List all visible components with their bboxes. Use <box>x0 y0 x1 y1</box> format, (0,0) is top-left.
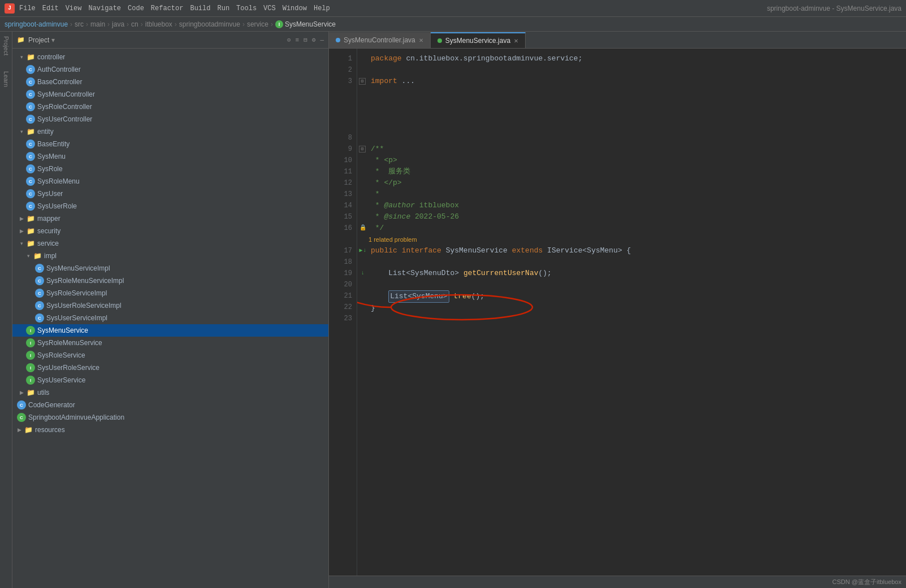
tree-item-sysrolemenuservice[interactable]: I SysRoleMenuService <box>12 337 328 349</box>
tree-label-security: security <box>37 227 60 235</box>
tree-item-codegenerator[interactable]: C CodeGenerator <box>12 399 328 411</box>
tree-item-sysusercontroller[interactable]: C SysUserController <box>12 113 328 125</box>
tree-item-mapper[interactable]: ▶ 📁 mapper <box>12 212 328 225</box>
title-bar: J File Edit View Navigate Code Refactor … <box>0 0 906 17</box>
tree-item-sysrole[interactable]: C SysRole <box>12 163 328 175</box>
code-line-19: ↓ List<SysMenuDto> getCurrentUserNav(); <box>366 268 906 279</box>
tree-item-security[interactable]: ▶ 📁 security <box>12 225 328 237</box>
menu-navigate[interactable]: Navigate <box>88 5 121 12</box>
tree-label-entity: entity <box>37 128 54 136</box>
menu-tools[interactable]: Tools <box>236 5 257 12</box>
tree-item-impl[interactable]: ▾ 📁 impl <box>12 250 328 262</box>
window-title: springboot-adminvue - SysMenuService.jav… <box>767 5 901 12</box>
tab-label-sysmenucontroller: SysMenuController.java <box>344 36 415 44</box>
tab-sysmenucontroller[interactable]: SysMenuController.java ✕ <box>329 32 431 48</box>
tree-item-service[interactable]: ▾ 📁 service <box>12 237 328 250</box>
toolbar-locate-icon[interactable]: ⊙ <box>287 36 291 43</box>
toolbar-split-icon[interactable]: ⊟ <box>304 36 307 43</box>
breadcrumb-itbluebox[interactable]: itbluebox <box>145 20 172 28</box>
tree-item-sysuserserviceimpl[interactable]: C SysUserServiceImpl <box>12 312 328 324</box>
class-icon-sysusercontroller: C <box>26 115 35 124</box>
breadcrumb: springboot-adminvue › src › main › java … <box>0 17 906 32</box>
app-icon-springbootapp: C <box>17 413 26 422</box>
arrow-service: ▾ <box>17 239 26 248</box>
tree-item-sysrolecontroller[interactable]: C SysRoleController <box>12 101 328 113</box>
tree-item-sysuser[interactable]: C SysUser <box>12 188 328 200</box>
class-icon-sysmenucontroller: C <box>26 90 35 99</box>
tree-item-utils[interactable]: ▶ 📁 utils <box>12 386 328 399</box>
menu-help[interactable]: Help <box>314 5 330 12</box>
code-line-15: * @since 2022-05-26 <box>366 211 906 223</box>
tree-item-sysroleserviceimpl[interactable]: C SysRoleServiceImpl <box>12 287 328 299</box>
tab-label-sysmenuservice: SysMenuService.java <box>445 37 510 45</box>
tree-item-resources[interactable]: ▶ 📁 resources <box>12 424 328 436</box>
code-content[interactable]: package cn.itbluebox.springbootadminvue.… <box>357 49 906 576</box>
tree-item-sysuserrole[interactable]: C SysUserRole <box>12 200 328 212</box>
tab-close-sysmenucontroller[interactable]: ✕ <box>419 37 423 43</box>
tree-item-entity[interactable]: ▾ 📁 entity <box>12 125 328 138</box>
tree-item-sysroleservice[interactable]: I SysRoleService <box>12 349 328 361</box>
folder-icon-resources: 📁 <box>24 425 33 434</box>
tree-item-basecontroller[interactable]: C BaseController <box>12 76 328 88</box>
tree-item-sysuserroleservice[interactable]: I SysUserRoleService <box>12 361 328 374</box>
tree-item-sysmenuserviceimpl[interactable]: C SysMenuServiceImpl <box>12 262 328 275</box>
menu-build[interactable]: Build <box>190 5 210 12</box>
breadcrumb-springbootadminvue[interactable]: springbootadminvue <box>179 20 240 28</box>
fold-icon-9[interactable]: ⊟ <box>359 146 366 153</box>
code-line-13: * <box>366 189 906 200</box>
menu-view[interactable]: View <box>66 5 82 12</box>
tree-item-controller[interactable]: ▾ 📁 controller <box>12 51 328 63</box>
menu-code[interactable]: Code <box>128 5 144 12</box>
run-icon-17[interactable]: ▶ <box>359 245 362 256</box>
breadcrumb-main[interactable]: main <box>90 20 105 28</box>
tree-item-sysmenucontroller[interactable]: C SysMenuController <box>12 88 328 101</box>
tree-item-sysmenuservice[interactable]: I SysMenuService <box>12 324 328 337</box>
tree-item-baseentity[interactable]: C BaseEntity <box>12 138 328 150</box>
breadcrumb-java[interactable]: java <box>112 20 124 28</box>
breadcrumb-src[interactable]: src <box>75 20 84 28</box>
project-dropdown-arrow[interactable]: ▾ <box>51 36 55 44</box>
tree-item-sysuserroleserviceimpl[interactable]: C SysUserRoleServiceImpl <box>12 299 328 312</box>
tab-sysmenuservice[interactable]: SysMenuService.java ✕ <box>431 32 526 48</box>
class-icon-sysrole: C <box>26 164 35 173</box>
tab-close-sysmenuservice[interactable]: ✕ <box>514 38 518 44</box>
menu-bar[interactable]: File Edit View Navigate Code Refactor Bu… <box>19 5 330 12</box>
breadcrumb-root[interactable]: springboot-adminvue <box>5 20 68 28</box>
code-line-8 <box>366 132 906 143</box>
menu-file[interactable]: File <box>19 5 36 12</box>
menu-vcs[interactable]: VCS <box>263 5 276 12</box>
toolbar-gear-icon[interactable]: ⚙ <box>312 36 316 43</box>
breadcrumb-service[interactable]: service <box>247 20 268 28</box>
tree-item-sysuserservice[interactable]: I SysUserService <box>12 374 328 386</box>
breadcrumb-cn[interactable]: cn <box>131 20 138 28</box>
menu-run[interactable]: Run <box>217 5 229 12</box>
class-icon-sysuserserviceimpl: C <box>35 313 44 323</box>
tree-item-springbootapp[interactable]: C SpringbootAdminvueApplication <box>12 411 328 424</box>
toolbar-minimize-icon[interactable]: — <box>320 37 324 43</box>
menu-window[interactable]: Window <box>283 5 307 12</box>
interface-icon-sysuserroleservice: I <box>26 363 35 372</box>
fold-icon-3[interactable]: ⊟ <box>359 78 366 85</box>
class-icon-sysroleserviceimpl: C <box>35 289 44 298</box>
menu-edit[interactable]: Edit <box>42 5 59 12</box>
code-line-1: package cn.itbluebox.springbootadminvue.… <box>366 53 906 64</box>
folder-icon-impl: 📁 <box>33 251 42 260</box>
toolbar-collapse-icon[interactable]: ≡ <box>296 37 300 43</box>
menu-refactor[interactable]: Refactor <box>151 5 184 12</box>
gutter-3: ⊟ <box>357 78 369 85</box>
project-panel: 📁 Project ▾ ⊙ ≡ ⊟ ⚙ — ▾ 📁 controller C <box>12 32 329 588</box>
tree-label-sysusercontroller: SysUserController <box>37 115 92 123</box>
code-line-2 <box>366 64 906 76</box>
tree-item-authcontroller[interactable]: C AuthController <box>12 63 328 76</box>
tree-label-sysrolecontroller: SysRoleController <box>37 103 92 111</box>
class-icon-sysuserrole: C <box>26 202 35 211</box>
tree-item-sysrolemenu[interactable]: C SysRoleMenu <box>12 175 328 188</box>
class-icon-baseentity: C <box>26 140 35 149</box>
tree-item-sysmenu[interactable]: C SysMenu <box>12 150 328 163</box>
app-icon-codegenerator: C <box>17 400 26 410</box>
tree-item-sysrolemenuserviceimpl[interactable]: C SysRoleMenuServiceImpl <box>12 275 328 287</box>
tree-label-sysrolemenu: SysRoleMenu <box>37 177 80 185</box>
sidebar-learn-label[interactable]: Learn <box>2 69 11 89</box>
sidebar-project-label[interactable]: Project <box>2 34 11 58</box>
tree-label-springbootapp: SpringbootAdminvueApplication <box>28 413 124 421</box>
